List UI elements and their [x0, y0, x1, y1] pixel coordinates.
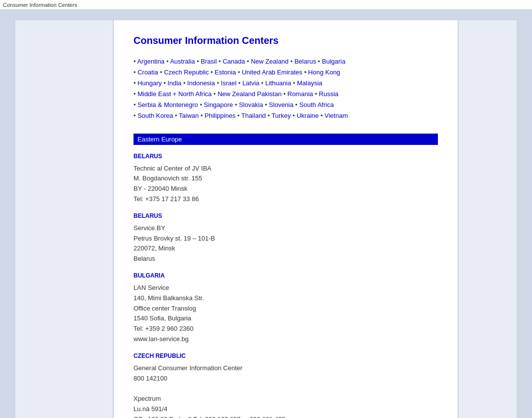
- address-belarus-1: Technic al Center of JV IBA M. Bogdanovi…: [133, 164, 438, 205]
- main-content: Consumer Information Centers • Argentina…: [113, 20, 458, 418]
- link-turkey[interactable]: Turkey: [271, 112, 291, 119]
- link-slovenia[interactable]: Slovenia: [269, 101, 294, 108]
- link-south-africa[interactable]: South Africa: [299, 101, 334, 108]
- link-philippines[interactable]: Philippines: [204, 112, 235, 119]
- link-lithuania[interactable]: Lithuania: [265, 79, 291, 87]
- title-bar: Consumer Information Centers: [0, 0, 532, 10]
- link-slovakia[interactable]: Slovakia: [239, 101, 263, 108]
- link-nz-pakistan[interactable]: New Zealand Pakistan: [218, 90, 282, 98]
- link-australia[interactable]: Australia: [170, 58, 195, 65]
- link-singapore[interactable]: Singapore: [204, 101, 233, 108]
- country-belarus-1: BELARUS: [133, 153, 438, 160]
- link-india[interactable]: India: [167, 79, 181, 87]
- country-czech: CZECH REPUBLIC: [133, 352, 438, 359]
- links-section: • Argentina • Australia • Brasil • Canad…: [133, 56, 438, 122]
- link-argentina[interactable]: Argentina: [137, 58, 165, 65]
- title-bar-text: Consumer Information Centers: [3, 2, 77, 8]
- link-ukraine[interactable]: Ukraine: [297, 112, 319, 119]
- address-belarus-2: Service.BY Petrus Brovky st. 19 – 101-B …: [133, 223, 438, 264]
- link-israel[interactable]: Israel: [221, 79, 236, 87]
- link-middle-east[interactable]: Middle East + North Africa: [137, 90, 212, 98]
- page-title: Consumer Information Centers: [133, 35, 438, 46]
- link-uae[interactable]: United Arab Emirates: [242, 69, 302, 76]
- link-south-korea[interactable]: South Korea: [137, 112, 173, 119]
- link-latvia[interactable]: Latvia: [242, 79, 260, 87]
- link-taiwan[interactable]: Taiwan: [179, 112, 199, 119]
- country-bulgaria: BULGARIA: [133, 272, 438, 279]
- link-canada[interactable]: Canada: [223, 58, 245, 65]
- link-vietnam[interactable]: Vietnam: [325, 112, 348, 119]
- address-czech: General Consumer Information Center 800 …: [133, 363, 438, 418]
- link-indonesia[interactable]: Indonesia: [187, 79, 215, 87]
- link-romania[interactable]: Romania: [288, 90, 313, 98]
- address-bulgaria: LAN Service 140, Mimi Balkanska Str. Off…: [133, 283, 438, 345]
- link-hong-kong[interactable]: Hong Kong: [308, 69, 340, 76]
- link-thailand[interactable]: Thailand: [241, 112, 266, 119]
- page-wrapper: Consumer Information Centers • Argentina…: [0, 10, 532, 418]
- link-russia[interactable]: Russia: [319, 90, 338, 98]
- link-czech-republic[interactable]: Czech Republic: [164, 69, 209, 76]
- link-hungary[interactable]: Hungary: [137, 79, 162, 87]
- link-bulgaria[interactable]: Bulgaria: [322, 58, 346, 65]
- link-malaysia[interactable]: Malaysia: [297, 79, 322, 87]
- link-estonia[interactable]: Estonia: [215, 69, 236, 76]
- link-brasil[interactable]: Brasil: [201, 58, 217, 65]
- left-sidebar: [15, 20, 113, 418]
- link-croatia[interactable]: Croatia: [137, 69, 158, 76]
- link-new-zealand[interactable]: New Zealand: [251, 58, 289, 65]
- link-belarus[interactable]: Belarus: [295, 58, 316, 65]
- country-belarus-2: BELARUS: [133, 212, 438, 219]
- right-sidebar: [458, 20, 517, 418]
- section-header-eastern-europe: Eastern Europe: [133, 134, 438, 145]
- link-serbia[interactable]: Serbia & Montenegro: [137, 101, 198, 108]
